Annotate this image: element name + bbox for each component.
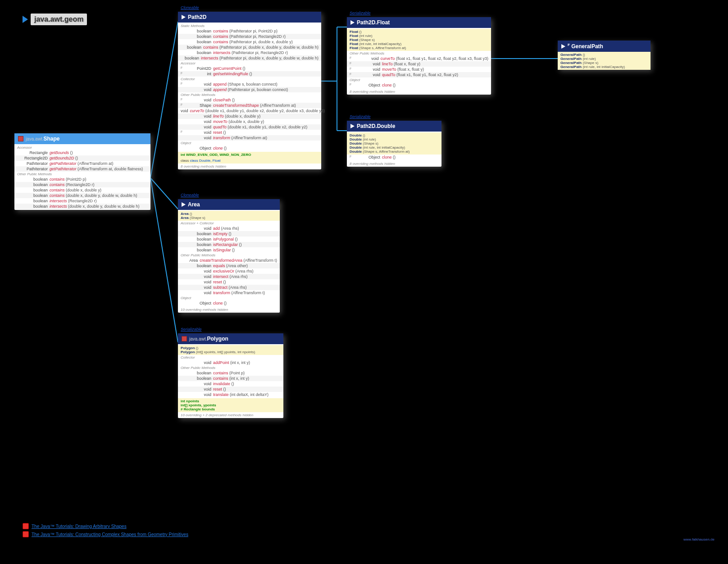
method-row: booleanintersects (PathIterator pi, doub…: [178, 55, 321, 61]
class-header: java.awt.Shape: [14, 133, 150, 144]
method-row: voidtransform (AffineTransform t): [178, 290, 280, 296]
method-row: booleanequals (Area other): [178, 263, 280, 268]
method-row: Fvoidreset (): [178, 130, 321, 135]
class-path2d[interactable]: Cloneable Path2D Static Methodsbooleanco…: [178, 12, 321, 169]
method-row: voidinvalidate (): [178, 381, 283, 387]
method-row: booleancontains (PathIterator pi, double…: [178, 45, 321, 50]
class-polygon[interactable]: Serializable java.awt.Polygon Polygon ()…: [178, 333, 283, 418]
class-header: Path2D.Double: [347, 121, 441, 132]
method-row: PathIteratorgetPathIterator (AffineTrans…: [14, 161, 150, 166]
class-header: Path2D.Float: [347, 17, 491, 28]
method-row: FvoidclosePath (): [178, 97, 321, 103]
method-row: booleancontains (Point p): [178, 370, 283, 376]
stereotype[interactable]: Cloneable: [181, 193, 199, 197]
method-row: voidappend (PathIterator pi, boolean con…: [178, 87, 321, 92]
method-row: booleanisSingular (): [178, 247, 280, 253]
method-row: booleancontains (Point2D p): [14, 177, 150, 182]
class-path2d-float[interactable]: Serializable Path2D.Float Float ()Float …: [347, 17, 491, 95]
constructor-row: Area (): [181, 212, 277, 216]
link-item[interactable]: The Java™ Tutorials: Constructing Comple…: [23, 531, 188, 537]
method-row: Objectclone (): [178, 300, 280, 306]
method-row: booleancontains (Rectangle2D r): [14, 182, 150, 187]
class-header: java.awt.Polygon: [178, 333, 283, 344]
method-row: FShapecreateTransformedShape (AffineTran…: [178, 103, 321, 108]
class-header: Area: [178, 199, 280, 210]
constructor-row: Float (Shape s, AffineTransform at): [350, 46, 488, 50]
constructor-row: GeneralPath (): [560, 53, 648, 57]
method-row: booleancontains (double x, double y): [14, 187, 150, 193]
class-body: Accessor RectanglegetBounds ()Rectangle2…: [14, 144, 150, 210]
constructor-row: Float (Shape s): [350, 38, 488, 42]
method-row: RectanglegetBounds (): [14, 150, 150, 155]
class-icon: [182, 202, 186, 207]
method-row: voidreset (): [178, 279, 280, 285]
method-row: PathIteratorgetPathIterator (AffineTrans…: [14, 166, 150, 172]
method-row: FvoidcurveTo (float x1, float y1, float …: [347, 56, 491, 61]
method-row: booleanintersects (Rectangle2D r): [14, 198, 150, 204]
stereotype[interactable]: Serializable: [181, 327, 202, 332]
constructor-row: Double (int rule, int initialCapacity): [350, 146, 439, 150]
constructor-row: GeneralPath (int rule, int initialCapaci…: [560, 65, 648, 69]
method-row: FPoint2DgetCurrentPoint (): [178, 66, 321, 71]
class-path2d-double[interactable]: Serializable Path2D.Double Double ()Doub…: [347, 121, 441, 167]
class-icon: [350, 124, 355, 128]
svg-line-0: [150, 22, 178, 178]
method-row: Fintget/setWindingRule (): [178, 71, 321, 77]
constructor-row: Polygon (int[] xpoints, int[] ypoints, i…: [181, 350, 281, 354]
method-row: voidintersect (Area rhs): [178, 274, 280, 279]
stereotype[interactable]: Serializable: [350, 11, 371, 15]
class-generalpath[interactable]: F GeneralPath GeneralPath ()GeneralPath …: [558, 41, 651, 70]
method-row: booleancontains (int x, int y): [178, 376, 283, 381]
method-row: voidexclusiveOr (Area rhs): [178, 268, 280, 274]
method-row: Objectclone (): [178, 146, 321, 151]
constructor-row: Float (int rule): [350, 34, 488, 38]
interface-icon: [18, 136, 23, 141]
constructor-row: Double (): [350, 133, 439, 137]
method-row: booleancontains (PathIterator pi, Point2…: [178, 28, 321, 34]
method-row: voidaddPoint (int x, int y): [178, 360, 283, 365]
class-header: F GeneralPath: [558, 41, 651, 52]
method-row: booleanintersects (double x, double y, d…: [14, 204, 150, 209]
class-icon: [561, 44, 565, 49]
page-title: java.awt.geom: [23, 14, 87, 25]
method-row: booleanisEmpty (): [178, 231, 280, 237]
external-links: The Java™ Tutorials: Drawing Arbitrary S…: [23, 521, 188, 539]
constructor-row: Double (int rule): [350, 137, 439, 141]
oracle-icon: [23, 523, 29, 529]
method-row: Rectangle2DgetBounds2D (): [14, 155, 150, 161]
method-row: FvoidmoveTo (float x, float y): [347, 67, 491, 72]
class-icon: [350, 20, 355, 25]
method-row: Fvoidappend (Shape s, boolean connect): [178, 82, 321, 87]
method-row: FObjectclone (): [347, 82, 491, 88]
method-row: voidsubtract (Area rhs): [178, 285, 280, 290]
method-row: voidcurveTo (double x1, double y1, doubl…: [178, 108, 321, 114]
oracle-icon: [23, 531, 29, 537]
method-row: FvoidlineTo (float x, float y): [347, 61, 491, 67]
method-row: FObjectclone (): [347, 155, 441, 160]
constructor-row: Area (Shape s): [181, 216, 277, 220]
constructor-row: GeneralPath (int rule): [560, 57, 648, 61]
watermark: www.falkhausen.de: [683, 537, 714, 541]
method-row: voidtranslate (int deltaX, int deltaY): [178, 392, 283, 397]
svg-line-2: [150, 178, 178, 342]
class-shape[interactable]: java.awt.Shape Accessor RectanglegetBoun…: [14, 133, 150, 210]
constructor-row: GeneralPath (Shape s): [560, 61, 648, 65]
stereotype[interactable]: Cloneable: [181, 5, 199, 10]
method-row: voidquadTo (double x1, double y1, double…: [178, 124, 321, 130]
svg-line-1: [150, 178, 178, 209]
method-row: voidlineTo (double x, double y): [178, 114, 321, 119]
constructor-row: Double (Shape s, AffineTransform at): [350, 150, 439, 154]
class-area[interactable]: Cloneable Area Area ()Area (Shape s) Acc…: [178, 199, 280, 313]
method-row: booleanisRectangular (): [178, 242, 280, 247]
method-row: voidtransform (AffineTransform at): [178, 135, 321, 141]
class-icon: [182, 336, 187, 341]
link-item[interactable]: The Java™ Tutorials: Drawing Arbitrary S…: [23, 523, 188, 529]
stereotype[interactable]: Serializable: [350, 114, 371, 119]
method-row: voidadd (Area rhs): [178, 226, 280, 231]
title-arrow-icon: [23, 16, 28, 23]
class-header: Path2D: [178, 12, 321, 23]
method-row: booleancontains (double x, double y, dou…: [14, 193, 150, 198]
constructor-row: Float (): [350, 30, 488, 34]
constructor-row: Polygon (): [181, 346, 281, 350]
method-row: voidmoveTo (double x, double y): [178, 119, 321, 124]
